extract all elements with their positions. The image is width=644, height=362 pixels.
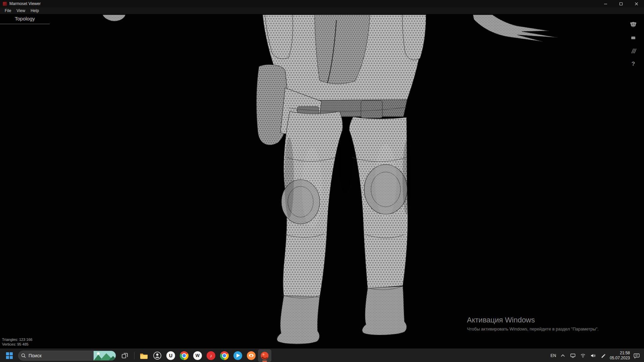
marmoset-viewer-window: Topology [0, 0, 644, 362]
minimize-button[interactable] [598, 0, 613, 7]
menu-file[interactable]: File [2, 8, 14, 13]
stat-vertices: Vertices: 95 485 [2, 342, 33, 347]
watermark-title: Активация Windows [467, 316, 599, 324]
taskbar-separator [134, 352, 135, 359]
material-view-icon[interactable] [629, 34, 637, 42]
telegram-icon [233, 351, 242, 360]
unreal-engine-icon: U [166, 351, 175, 360]
system-tray: EN [550, 351, 641, 360]
chrome-icon [180, 351, 189, 360]
marmoset-toolbag-icon [260, 351, 269, 360]
taskbar-app-unreal[interactable]: U [164, 349, 177, 362]
wireframe-view-icon[interactable] [629, 47, 637, 55]
menu-view[interactable]: View [14, 8, 28, 13]
title-bar: Marmoset Viewer [0, 0, 644, 7]
viewport-3d[interactable]: Topology [0, 14, 644, 349]
w-app-icon: W [193, 351, 202, 360]
telegram-plane-glyph [236, 354, 240, 358]
viewer-side-toolbar: ? [629, 21, 637, 68]
taskbar-app-marmoset-toolbag[interactable] [258, 349, 271, 362]
tray-date: 05.07.2023 [610, 356, 630, 360]
hidden-icons-chevron[interactable] [559, 352, 566, 359]
tray-clock[interactable]: 21:58 05.07.2023 [610, 351, 630, 360]
taskbar-app-file-explorer[interactable] [137, 349, 151, 362]
stat-triangles: Triangles: 123 166 [2, 337, 33, 342]
search-input[interactable] [29, 353, 94, 358]
taskbar-app-people[interactable] [151, 349, 164, 362]
taskbar-app-blender[interactable] [245, 349, 258, 362]
wireframe-model [0, 14, 644, 349]
language-indicator[interactable]: EN [550, 353, 556, 358]
windows-start-icon [6, 352, 13, 359]
taskbar-app-chrome[interactable] [177, 349, 191, 362]
menu-help[interactable]: Help [28, 8, 42, 13]
file-explorer-icon [140, 351, 148, 360]
windows-activation-watermark: Активация Windows Чтобы активировать Win… [467, 316, 599, 331]
taskbar-search[interactable] [18, 351, 116, 361]
search-highlight-thumbnail[interactable] [94, 351, 116, 361]
blender-eye-glyph [249, 354, 254, 357]
close-button[interactable] [629, 0, 644, 7]
taskbar-app-music[interactable]: ♪ [204, 349, 218, 362]
marmoset-logo-icon[interactable] [629, 21, 637, 29]
help-icon-glyph: ? [632, 61, 635, 67]
marmoset-viewer-icon [3, 2, 7, 6]
maximize-button[interactable] [613, 0, 629, 7]
w-letter: W [196, 353, 200, 358]
people-app-icon [153, 351, 162, 360]
start-button[interactable] [3, 349, 16, 362]
taskbar-app-telegram[interactable] [231, 349, 245, 362]
mesh-stats: Triangles: 123 166 Vertices: 95 485 [2, 337, 33, 347]
search-icon [21, 353, 26, 358]
task-view-icon [121, 352, 128, 359]
tray-pen-icon[interactable] [600, 352, 606, 359]
notification-center-icon[interactable] [633, 352, 640, 359]
window-title: Marmoset Viewer [9, 1, 41, 6]
task-view-button[interactable] [118, 349, 131, 362]
tab-topology[interactable]: Topology [0, 14, 50, 24]
tray-volume-icon[interactable] [590, 352, 596, 359]
help-icon[interactable]: ? [629, 60, 637, 68]
chrome-icon-2 [220, 351, 229, 360]
windows-taskbar: U W ♪ [0, 349, 644, 362]
taskbar-app-chrome-2[interactable] [218, 349, 231, 362]
tray-display-icon[interactable] [570, 352, 576, 359]
tray-network-icon[interactable] [580, 352, 586, 359]
music-app-icon: ♪ [207, 351, 215, 360]
watermark-subtitle: Чтобы активировать Windows, перейдите в … [467, 326, 599, 331]
tab-topology-label: Topology [15, 16, 35, 21]
blender-icon [247, 351, 256, 360]
tray-time: 21:58 [610, 351, 630, 355]
unreal-letter: U [169, 353, 172, 358]
window-controls [598, 0, 644, 7]
menu-bar: File View Help [0, 7, 644, 14]
music-note-glyph: ♪ [210, 353, 212, 358]
taskbar-app-w[interactable]: W [191, 349, 204, 362]
